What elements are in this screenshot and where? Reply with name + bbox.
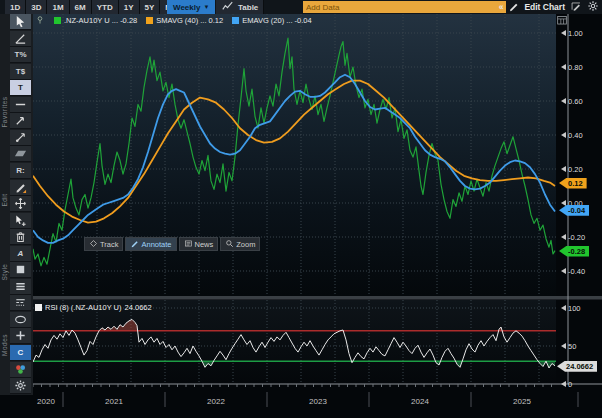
range-button-ytd[interactable]: YTD (92, 0, 119, 14)
zoom-icon (225, 239, 234, 250)
rsi-plot-area[interactable] (33, 300, 556, 384)
range-button-1m[interactable]: 1M (47, 0, 69, 14)
range-button-3d[interactable]: 3D (26, 0, 47, 14)
legend-item-1[interactable]: SMAVG (40) ... 0.12 (146, 16, 223, 25)
range-button-1y[interactable]: 1Y (119, 0, 140, 14)
chart-annotate-icon[interactable] (570, 1, 582, 14)
rsi-study-label: RSI (8) (.NZ-AU10Y U) 24.0662 (35, 303, 152, 312)
tick-arrow-icon (561, 343, 566, 349)
rsi-ytick-50: 50 (561, 342, 576, 351)
rsi-name: RSI (8) (.NZ-AU10Y U) (45, 303, 122, 312)
pencil-icon (508, 1, 519, 14)
sidebar-arrow-line-tool[interactable] (10, 113, 31, 129)
annotate-button[interactable]: Annotate (125, 237, 176, 251)
main-ytick-0.60: 0.60 (561, 97, 583, 106)
sidebar-group-style: Style (1, 264, 8, 281)
tick-label: -0.40 (568, 267, 585, 276)
tick-arrow-icon (561, 30, 566, 36)
floating-chart-toolbar: TrackAnnotateNewsZoom (84, 237, 260, 251)
x-axis-year-2020: 2020 (37, 397, 55, 406)
rsi-value-badge: 24.0662 (557, 361, 597, 372)
period-dropdown[interactable]: Weekly ▼ (167, 0, 215, 14)
sidebar-text-percent-tool[interactable]: T% (10, 47, 31, 63)
top-toolbar: 1D3D1M6MYTD1Y5YMax Weekly ▼ Table « Edit… (0, 0, 602, 14)
table-button[interactable]: Table (233, 0, 264, 14)
tick-label: -0.20 (568, 233, 585, 242)
button-label: News (195, 240, 214, 249)
track-button[interactable]: Track (84, 237, 123, 251)
main-ytick--0.20: -0.20 (561, 233, 585, 242)
sidebar-trendline-tool[interactable] (10, 31, 31, 47)
sidebar-cursor-tool[interactable] (10, 14, 31, 30)
tick-label: 0.40 (568, 131, 583, 140)
legend-item-2[interactable]: EMAVG (20) ... -0.04 (232, 16, 311, 25)
legend-swatch (54, 17, 61, 24)
sidebar-horizontal-line-tool[interactable] (10, 97, 31, 113)
tick-label: 0.20 (568, 165, 583, 174)
zoom-button[interactable]: Zoom (220, 237, 260, 251)
sidebar-colors-tool[interactable] (10, 362, 31, 378)
tick-arrow-icon (561, 234, 566, 240)
main-ytick--0.40: -0.40 (561, 267, 585, 276)
main-ytick-0.80: 0.80 (561, 63, 583, 72)
drawing-toolbar: FavoritesEditStyleModes T%T$TR:AC (0, 14, 33, 395)
main-plot-area[interactable] (33, 14, 556, 296)
tick-arrow-icon (561, 166, 566, 172)
sidebar-layers-tool[interactable] (10, 279, 31, 295)
tick-label: 0.60 (568, 97, 583, 106)
panel-layout-icon[interactable] (556, 12, 568, 30)
chart-legend: .NZ-AU10Y U ... -0.28SMAVG (40) ... 0.12… (35, 15, 312, 26)
toolbar-right-cluster: « Edit Chart (499, 0, 599, 14)
x-axis-year-2021: 2021 (105, 397, 123, 406)
range-button-5y[interactable]: 5Y (140, 0, 161, 14)
tick-arrow-icon (561, 305, 566, 311)
sidebar-anchor-tool[interactable] (10, 328, 31, 344)
edit-chart-button[interactable]: Edit Chart (524, 2, 565, 12)
add-data-input[interactable] (303, 1, 506, 13)
collapse-panel-button[interactable]: « (499, 2, 504, 12)
legend-item-0[interactable]: .NZ-AU10Y U ... -0.28 (54, 16, 137, 25)
sidebar-fill-tool[interactable] (10, 262, 31, 278)
sidebar-regression-tool[interactable]: R: (10, 163, 31, 179)
legend-text: .NZ-AU10Y U ... -0.28 (64, 16, 137, 25)
sidebar-channel-tool[interactable] (10, 146, 31, 162)
sidebar-ray-line-tool[interactable] (10, 130, 31, 146)
sidebar-move-tool[interactable] (10, 196, 31, 212)
sidebar-line-style-tool[interactable] (10, 295, 31, 311)
sidebar-text-tool[interactable]: T (10, 80, 31, 96)
sidebar-ellipse-tool[interactable] (10, 312, 31, 328)
sidebar-group-edit: Edit (1, 193, 8, 206)
x-axis-year-2024: 2024 (411, 397, 429, 406)
main-ytick-0.20: 0.20 (561, 165, 583, 174)
chart-window: 1D3D1M6MYTD1Y5YMax Weekly ▼ Table « Edit… (0, 0, 602, 418)
sidebar-text-dollar-tool[interactable]: T$ (10, 64, 31, 80)
sidebar-pencil-draw-tool[interactable] (10, 180, 31, 196)
tick-label: 0.80 (568, 63, 583, 72)
pencil-icon (130, 239, 139, 250)
news-icon (184, 239, 193, 250)
legend-swatch (232, 17, 239, 24)
chevron-down-icon: ▼ (203, 4, 209, 10)
rsi-ytick-100: 100 (561, 304, 581, 313)
tick-label: 0 (568, 380, 572, 389)
sidebar-settings-tool[interactable] (10, 378, 31, 394)
range-button-1d[interactable]: 1D (5, 0, 26, 14)
sidebar-group-modes: Modes (1, 334, 8, 356)
sidebar-delete-tool[interactable] (10, 229, 31, 245)
tick-label: 50 (568, 342, 576, 351)
sidebar-font-style-tool[interactable]: A (10, 246, 31, 262)
legend-text: EMAVG (20) ... -0.04 (242, 16, 311, 25)
sidebar-cursor-add-tool[interactable] (10, 213, 31, 229)
news-button[interactable]: News (179, 237, 219, 251)
x-axis-year-2025: 2025 (513, 397, 531, 406)
x-axis-year-2022: 2022 (207, 397, 225, 406)
rsi-ytick-0: 0 (561, 380, 572, 389)
period-label: Weekly (173, 3, 200, 12)
main-ytick-0.40: 0.40 (561, 131, 583, 140)
gear-icon[interactable] (587, 0, 599, 14)
range-button-6m[interactable]: 6M (70, 0, 92, 14)
sidebar-chart-c-tool[interactable]: C (10, 345, 31, 361)
tick-arrow-icon (561, 268, 566, 274)
tick-arrow-icon (561, 132, 566, 138)
x-axis-year-2023: 2023 (309, 397, 327, 406)
